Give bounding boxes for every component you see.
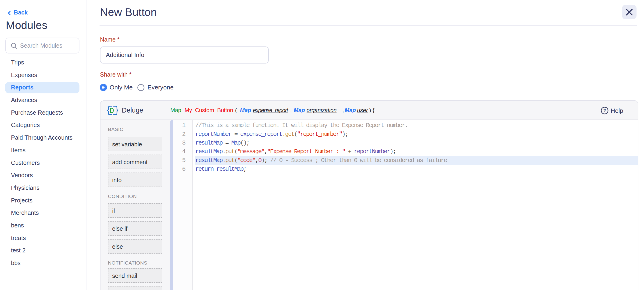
svg-text:?: ? [603, 108, 606, 113]
